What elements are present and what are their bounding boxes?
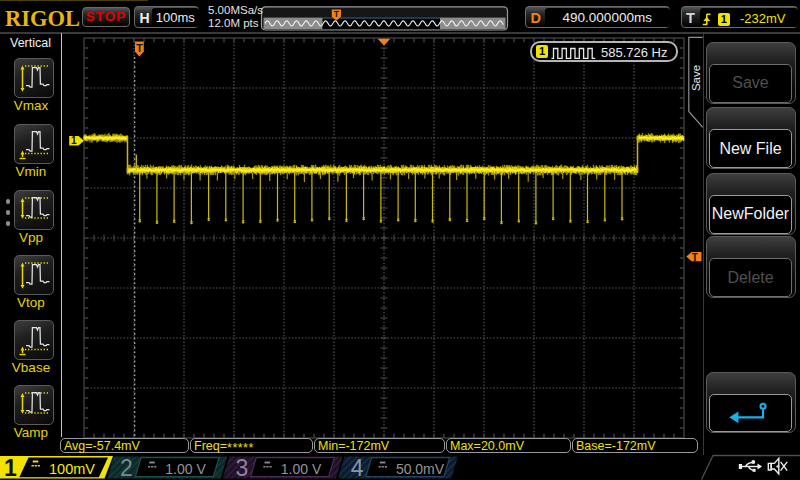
svg-text:1.00 V: 1.00 V [165, 461, 206, 477]
svg-text:100mV: 100mV [49, 461, 95, 477]
svg-text:1: 1 [4, 455, 17, 480]
svg-text:3: 3 [235, 455, 248, 480]
svg-text:T: T [136, 42, 143, 54]
svg-text:2: 2 [120, 455, 133, 480]
svg-text:1.00 V: 1.00 V [281, 461, 322, 477]
svg-text:T: T [692, 252, 698, 263]
svg-text:50.0mV: 50.0mV [396, 461, 445, 477]
svg-text:4: 4 [351, 455, 364, 480]
svg-text:1: 1 [71, 135, 77, 146]
svg-text:T: T [334, 9, 340, 19]
